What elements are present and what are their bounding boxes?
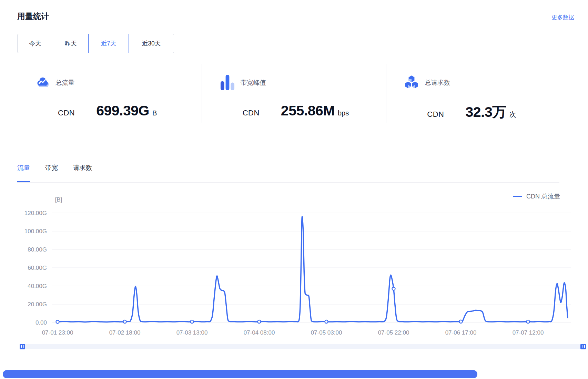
svg-text:100.00G: 100.00G <box>24 228 47 235</box>
cloud-traffic-icon <box>35 75 50 90</box>
date-range-tabs: 今天 昨天 近7天 近30天 <box>17 34 174 53</box>
svg-text:0.00: 0.00 <box>36 319 47 326</box>
page-title: 用量统计 <box>17 11 49 22</box>
datazoom-right-handle[interactable] <box>580 344 586 349</box>
stat-unit: B <box>152 109 157 117</box>
svg-text:40.00G: 40.00G <box>28 283 47 289</box>
stat-product: CDN <box>243 109 260 117</box>
stat-unit: 次 <box>509 110 516 119</box>
svg-text:07-07 12:00: 07-07 12:00 <box>513 329 544 336</box>
svg-text:[B]: [B] <box>55 196 62 203</box>
range-tab-today[interactable]: 今天 <box>17 34 53 53</box>
stat-card-total-requests: 总请求数 CDN 32.3万 次 <box>386 64 571 123</box>
svg-text:07-05 03:00: 07-05 03:00 <box>311 329 342 336</box>
svg-text:80.00G: 80.00G <box>28 246 47 253</box>
range-tab-last7days[interactable]: 近7天 <box>88 34 129 53</box>
traffic-line-chart: 0.0020.00G40.00G60.00G80.00G100.00G120.0… <box>0 184 588 350</box>
stat-label: 总流量 <box>55 78 75 87</box>
stat-label: 总请求数 <box>425 78 450 87</box>
chart-tab-bandwidth[interactable]: 带宽 <box>45 164 58 182</box>
stat-product: CDN <box>427 110 444 119</box>
svg-text:07-02 18:00: 07-02 18:00 <box>109 329 141 336</box>
stat-cards-row: 总流量 CDN 699.39G B 带宽峰值 CDN 255.86M bps <box>17 64 571 123</box>
stat-unit: bps <box>338 109 349 117</box>
svg-text:60.00G: 60.00G <box>28 265 47 271</box>
more-data-link[interactable]: 更多数据 <box>551 14 574 21</box>
stat-label: 带宽峰值 <box>241 78 266 87</box>
svg-text:07-01 23:00: 07-01 23:00 <box>42 329 73 336</box>
range-tab-last30days[interactable]: 近30天 <box>129 34 174 53</box>
stat-value: 32.3万 <box>466 103 506 122</box>
svg-text:07-06 17:00: 07-06 17:00 <box>445 329 477 336</box>
svg-text:07-03 13:00: 07-03 13:00 <box>176 329 208 336</box>
datazoom-slider-track[interactable] <box>20 344 586 349</box>
stat-card-peak-bandwidth: 带宽峰值 CDN 255.86M bps <box>202 64 386 123</box>
horizontal-scrollbar-thumb[interactable] <box>3 370 477 378</box>
datazoom-left-handle[interactable] <box>20 344 25 349</box>
range-tab-yesterday[interactable]: 昨天 <box>53 34 89 53</box>
chart-tab-requests[interactable]: 请求数 <box>73 164 92 182</box>
stat-card-total-traffic: 总流量 CDN 699.39G B <box>17 64 202 123</box>
stat-value: 699.39G <box>96 103 149 119</box>
bandwidth-bars-icon <box>220 75 235 90</box>
stat-value: 255.86M <box>281 103 335 119</box>
svg-text:120.00G: 120.00G <box>24 210 47 216</box>
svg-text:07-04 08:00: 07-04 08:00 <box>244 329 275 336</box>
chart-tab-traffic[interactable]: 流量 <box>17 164 30 182</box>
requests-cubes-icon <box>404 75 419 90</box>
stat-product: CDN <box>58 109 75 117</box>
svg-text:20.00G: 20.00G <box>28 301 47 308</box>
chart-metric-tabs: 流量 带宽 请求数 <box>17 164 92 182</box>
svg-text:07-05 22:00: 07-05 22:00 <box>378 329 409 336</box>
tabs-divider <box>17 182 559 183</box>
